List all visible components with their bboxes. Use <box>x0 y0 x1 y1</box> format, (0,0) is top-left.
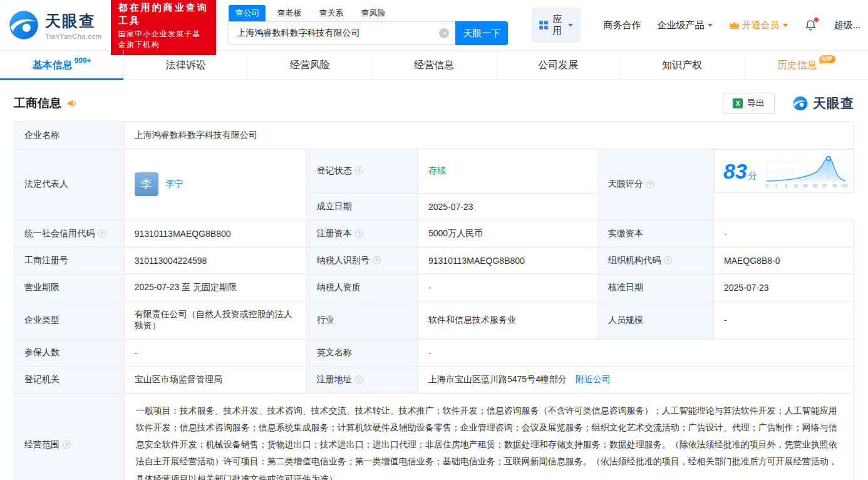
legal-rep-value: 李 李宁 <box>124 149 306 221</box>
promo-badge: 都在用的商业查询工具 国家中小企业发展子基金旗下机构 <box>111 0 217 55</box>
tab-legal-proceedings[interactable]: 法律诉讼 <box>123 51 247 80</box>
nav-business-cooperation[interactable]: 商务合作 <box>603 19 641 31</box>
promo-line2: 国家中小企业发展子基金旗下机构 <box>118 29 209 50</box>
tab-operating-risk[interactable]: 经营风险 <box>247 51 371 80</box>
paid-capital-value: - <box>714 220 854 247</box>
svg-text:0: 0 <box>765 184 768 188</box>
company-name-label: 企业名称 <box>14 122 125 149</box>
svg-text:100: 100 <box>840 184 847 188</box>
search-submit-button[interactable]: 天眼一下 <box>455 21 508 45</box>
svg-text:1: 1 <box>775 184 777 188</box>
tab-company-development[interactable]: 公司发展 <box>496 51 620 80</box>
info-icon[interactable]: ? <box>355 229 363 237</box>
score-number-wrap: 83分 <box>723 159 757 184</box>
info-icon[interactable]: ? <box>98 229 106 237</box>
tab-basic-info-count: 999+ <box>75 56 91 65</box>
org-code-value: MAEQG8B8-0 <box>714 247 854 274</box>
business-term-label: 营业期限 <box>14 274 125 301</box>
business-scope-label-text: 经营范围 <box>24 439 59 449</box>
org-code-label: 组织机构代码? <box>597 247 713 274</box>
announcement-horn-icon[interactable] <box>66 98 78 109</box>
table-row: 法定代表人 李 李宁 登记状态? 存续 天眼评分? <box>14 149 854 194</box>
tianyancha-logo[interactable]: 天眼查 TianYanCha.com <box>8 9 102 41</box>
table-row: 经营范围? 一般项目：技术服务、技术开发、技术咨询、技术交流、技术转让、技术推广… <box>14 393 854 480</box>
info-icon[interactable]: ? <box>664 256 672 264</box>
nav-super-vip[interactable]: 超级... <box>834 19 860 31</box>
search-tab-relation[interactable]: 查关系 <box>313 5 349 21</box>
search-input-wrap: × <box>229 21 455 45</box>
legal-rep-label: 法定代表人 <box>14 149 125 221</box>
apps-menu-button[interactable]: 应用 <box>532 8 581 43</box>
business-scope-value: 一般项目：技术服务、技术开发、技术咨询、技术交流、技术转让、技术推广；软件开发；… <box>124 393 854 480</box>
reg-address-label: 注册地址? <box>306 366 418 393</box>
tab-operating-info[interactable]: 经营信息 <box>371 51 495 80</box>
english-name-value: - <box>418 339 854 366</box>
section-header: 工商信息 X 导出 天眼查 <box>14 89 854 118</box>
reg-number-label: 工商注册号 <box>14 247 125 274</box>
business-info-table: 企业名称 上海鸿睿数科数字科技有限公司 法定代表人 李 李宁 登记状态? 存续 <box>14 122 854 480</box>
company-name-value: 上海鸿睿数科数字科技有限公司 <box>124 122 854 149</box>
chevron-down-icon <box>783 24 788 27</box>
reg-capital-label-text: 注册资本 <box>317 228 352 238</box>
tab-operating-info-label: 经营信息 <box>414 59 454 72</box>
nearby-companies-link[interactable]: 附近公司 <box>576 374 611 384</box>
reg-capital-value: 5000万人民币 <box>418 220 597 247</box>
search-input[interactable] <box>229 22 455 44</box>
info-icon[interactable]: ? <box>646 180 654 189</box>
svg-text:3: 3 <box>785 184 787 188</box>
notifications-bell[interactable] <box>804 19 817 32</box>
business-term-value: 2025-07-23 至 无固定期限 <box>124 274 306 301</box>
establish-date-label: 成立日期 <box>306 193 418 220</box>
info-icon[interactable]: ? <box>63 441 71 449</box>
logo-domain: TianYanCha.com <box>45 33 102 40</box>
score-distribution-chart: 0 1 3 15 50 85 97 99 100 <box>763 152 850 190</box>
section-title: 工商信息 <box>14 95 61 112</box>
credit-code-value: 91310113MAEQG8B800 <box>124 220 306 247</box>
info-icon[interactable]: ? <box>373 256 381 264</box>
staff-size-label: 人员规模 <box>597 301 713 339</box>
insured-count-value: - <box>124 339 306 366</box>
promo-line1: 都在用的商业查询工具 <box>118 1 209 27</box>
score-unit: 分 <box>748 170 757 180</box>
search-area: 查公司 查老板 查关系 查风险 × 天眼一下 <box>229 5 508 45</box>
search-tab-boss[interactable]: 查老板 <box>271 5 307 21</box>
logo-text: 天眼查 TianYanCha.com <box>45 11 102 40</box>
table-row: 工商注册号 310113004224598 纳税人识别号? 91310113MA… <box>14 247 854 274</box>
credit-code-label: 统一社会信用代码? <box>14 220 125 247</box>
info-icon[interactable]: ? <box>355 167 363 175</box>
search-tab-company[interactable]: 查公司 <box>229 5 266 21</box>
tab-history-info[interactable]: 历史信息 VIP <box>744 51 868 80</box>
tab-intellectual-property[interactable]: 知识产权 <box>620 51 744 80</box>
chevron-down-icon <box>568 24 573 27</box>
table-row: 营业期限 2025-07-23 至 无固定期限 纳税人资质 - 核准日期 202… <box>14 274 854 301</box>
establish-date-value: 2025-07-23 <box>418 193 597 220</box>
search-type-tabs: 查公司 查老板 查关系 查风险 <box>229 5 508 21</box>
search-tab-risk[interactable]: 查风险 <box>354 5 391 21</box>
tab-basic-info[interactable]: 基本信息 999+ <box>0 51 123 80</box>
score-number: 83 <box>723 159 747 183</box>
info-icon[interactable]: ? <box>355 375 363 383</box>
reg-capital-label: 注册资本? <box>306 220 418 247</box>
svg-text:99: 99 <box>832 184 837 188</box>
nav-open-membership[interactable]: 开通会员 <box>729 19 788 31</box>
table-row: 统一社会信用代码? 91310113MAEQG8B800 注册资本? 5000万… <box>14 220 854 247</box>
nav-enterprise-products-label: 企业级产品 <box>657 19 704 31</box>
export-button[interactable]: X 导出 <box>723 93 775 114</box>
tab-intellectual-property-label: 知识产权 <box>662 59 702 72</box>
legal-rep-link[interactable]: 李宁 <box>166 179 183 190</box>
taxpayer-id-value: 91310113MAEQG8B800 <box>418 247 597 274</box>
excel-icon: X <box>733 98 743 108</box>
svg-text:97: 97 <box>822 184 827 188</box>
company-type-label: 企业类型 <box>14 301 125 339</box>
main-content: 工商信息 X 导出 天眼查 <box>0 80 868 480</box>
reg-status-label-text: 登记状态 <box>317 165 352 175</box>
legal-rep-avatar[interactable]: 李 <box>135 172 158 196</box>
nav-open-membership-label: 开通会员 <box>741 19 779 31</box>
brand-text: 天眼查 <box>813 95 854 112</box>
score-label: 天眼评分? <box>597 149 713 221</box>
nav-enterprise-products[interactable]: 企业级产品 <box>657 19 713 31</box>
staff-size-value: - <box>714 301 854 339</box>
logo-title: 天眼查 <box>45 11 102 31</box>
table-row: 企业名称 上海鸿睿数科数字科技有限公司 <box>14 122 854 149</box>
tab-basic-info-label: 基本信息 <box>33 59 73 72</box>
